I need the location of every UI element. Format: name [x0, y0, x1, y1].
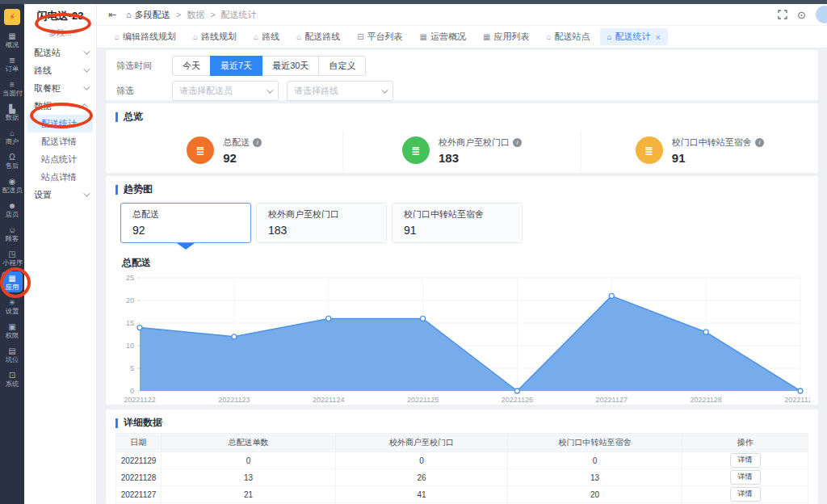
tab-routes[interactable]: ⌂路线 — [246, 28, 287, 45]
app-tab-icon: ⌂ — [254, 32, 258, 41]
courier-select[interactable]: 请选择配送员 — [172, 81, 279, 101]
info-icon[interactable]: i — [253, 138, 262, 147]
close-icon[interactable]: × — [656, 32, 661, 42]
time-today-button[interactable]: 今天 — [172, 56, 211, 76]
fullscreen-icon[interactable] — [778, 10, 787, 19]
app-tab-icon: ⌂ — [607, 32, 612, 41]
tab-delivery-stations[interactable]: ⌂配送站点 — [539, 28, 597, 45]
stat-card-segment2: ≣ 校门口中转站至宿舍i 91 — [581, 131, 818, 170]
filter-time-label: 筛选时间 — [116, 60, 172, 72]
time-30days-button[interactable]: 最近30天 — [262, 56, 319, 76]
tab-platform-list[interactable]: ⊟平台列表 — [350, 28, 409, 45]
chevron-down-icon — [83, 190, 90, 196]
detail-table: 日期 总配送单数 校外商户至校门口 校门口中转站至宿舍 操作 202211290… — [115, 433, 808, 504]
svg-text:20221126: 20221126 — [502, 396, 533, 404]
sidebar-item-merchants[interactable]: ⌂ 商户 — [2, 126, 23, 147]
col-segment1: 校外商户至校门口 — [336, 434, 508, 452]
sidebar-item-settings[interactable]: ✳ 设置 — [2, 296, 23, 317]
detail-button[interactable]: 详情 — [730, 453, 761, 468]
trend-area-chart: 0510152025202211222022112320221124202211… — [115, 271, 810, 410]
route-select[interactable]: 请选择路线 — [287, 81, 393, 101]
clipboard-icon: ≣ — [187, 136, 214, 164]
trend-card-total[interactable]: 总配送 92 — [120, 203, 251, 243]
page-header: ⇤ ⌂ 多段配送 > 数据 > 配送统计 ⊙ — [97, 4, 827, 25]
sidebar-item-system[interactable]: ⊡ 系统 — [2, 368, 23, 389]
sidebar-menu: 配送站 路线 取餐柜 数据 配送统计 配送详情 站点统计 站点详情 设置 — [24, 44, 96, 204]
info-icon[interactable]: i — [513, 138, 522, 147]
workspace-switcher[interactable]: 多段... — [24, 27, 96, 39]
refresh-icon[interactable]: ⊙ — [797, 10, 806, 20]
sidebar-item-aftersale[interactable]: Ω 售后 — [2, 150, 23, 171]
menu-group-lockers[interactable]: 取餐柜 — [24, 79, 96, 97]
tab-edit-route-plan[interactable]: ⌂编辑路线规划 — [107, 28, 183, 45]
sidebar-item-permissions[interactable]: ▣ 权限 — [2, 320, 23, 341]
document-icon: ▤ — [8, 346, 15, 355]
clipboard-icon: ≣ — [636, 136, 663, 164]
sidebar-item-overview[interactable]: ▦ 概况 — [2, 29, 23, 50]
app-logo[interactable]: ⚡ — [4, 9, 20, 25]
sidebar-item-couriers[interactable]: ◉ 配送员 — [2, 174, 23, 195]
headset-icon: Ω — [9, 153, 15, 162]
tab-delivery-stats[interactable]: ⌂配送统计× — [600, 28, 668, 45]
avatar[interactable] — [816, 6, 827, 23]
tab-route-plan[interactable]: ⌂路线规划 — [186, 28, 244, 45]
menu-group-data[interactable]: 数据 — [24, 97, 96, 115]
svg-text:20221128: 20221128 — [690, 396, 721, 404]
tab-delivery-routes[interactable]: ⌂配送路线 — [289, 28, 347, 45]
app-window: ⚡ ▦ 概况 ≣ 订单 ≡ 当面付 ▙ 数据 ⌂ 商户 Ω 售后 ◉ 配送员 ☻… — [0, 0, 827, 504]
svg-text:25: 25 — [126, 274, 134, 282]
stat-cards: ≣ 总配送i 92 ≣ 校外商户至校门口i 183 — [106, 131, 818, 170]
sidebar-item-data[interactable]: ▙ 数据 — [2, 102, 23, 123]
sidebar-item-miniprogram[interactable]: ◳ 小程序 — [2, 247, 23, 268]
tab-app-list[interactable]: ▦应用列表 — [476, 28, 536, 45]
workspace-title: 闪电送-23 — [24, 4, 96, 23]
sidebar-item-orders[interactable]: ≣ 订单 — [2, 53, 23, 74]
sidebar-item-slots[interactable]: ▤ 坑位 — [2, 344, 23, 365]
menu-group-routes[interactable]: 路线 — [24, 61, 96, 79]
menu-item-delivery-detail[interactable]: 配送详情 — [24, 132, 96, 150]
chart-title: 总配送 — [122, 256, 818, 270]
sidebar-item-clerks[interactable]: ☻ 店员 — [2, 199, 23, 220]
svg-text:20221127: 20221127 — [596, 396, 628, 404]
svg-text:10: 10 — [126, 342, 134, 350]
lightning-icon: ⚡ — [9, 12, 15, 23]
svg-text:20221124: 20221124 — [313, 396, 344, 404]
menu-item-station-stats[interactable]: 站点统计 — [24, 150, 96, 168]
trend-card-segment2[interactable]: 校门口中转站至宿舍 91 — [392, 203, 523, 243]
main-area: ⇤ ⌂ 多段配送 > 数据 > 配送统计 ⊙ ⌂编辑路线规划 ⌂路线规划 — [97, 4, 827, 504]
menu-item-station-detail[interactable]: 站点详情 — [24, 168, 96, 186]
breadcrumb-delivery-stats[interactable]: 配送统计 — [221, 9, 257, 21]
breadcrumb-separator: > — [176, 10, 181, 19]
collapse-sidebar-icon[interactable]: ⇤ — [108, 10, 116, 19]
sidebar-item-apps[interactable]: ▦ 应用 — [2, 271, 23, 292]
menu-group-settings[interactable]: 设置 — [24, 186, 96, 204]
dashboard-tab-icon: ▦ — [420, 32, 427, 41]
stat-value: 183 — [439, 151, 522, 165]
breadcrumb-data[interactable]: 数据 — [187, 9, 204, 21]
menu-item-delivery-stats[interactable]: 配送统计 — [27, 115, 93, 132]
table-header-row: 日期 总配送单数 校外商户至校门口 校门口中转站至宿舍 操作 — [116, 434, 808, 452]
app-tab-icon: ⌂ — [296, 32, 301, 41]
miniprogram-icon: ◳ — [8, 250, 15, 258]
menu-group-station[interactable]: 配送站 — [24, 44, 96, 61]
stat-card-total: ≣ 总配送i 92 — [106, 131, 342, 170]
trend-card-segment1[interactable]: 校外商户至校门口 183 — [256, 203, 387, 243]
time-7days-button[interactable]: 最近7天 — [210, 56, 262, 76]
info-icon[interactable]: i — [755, 138, 764, 147]
stat-value: 92 — [223, 151, 262, 165]
svg-text:20: 20 — [126, 296, 134, 304]
detail-button[interactable]: 详情 — [730, 487, 761, 502]
stat-value: 91 — [672, 151, 764, 165]
time-custom-button[interactable]: 自定义 — [318, 56, 366, 76]
icon-sidebar: ⚡ ▦ 概况 ≣ 订单 ≡ 当面付 ▙ 数据 ⌂ 商户 Ω 售后 ◉ 配送员 ☻… — [0, 4, 24, 504]
sidebar-item-customers[interactable]: ☺ 顾客 — [2, 223, 23, 244]
sidebar-item-facepay[interactable]: ≡ 当面付 — [2, 78, 23, 99]
breadcrumb-home[interactable]: ⌂ 多段配送 — [126, 9, 170, 21]
detail-button[interactable]: 详情 — [730, 470, 761, 485]
time-range-group: 今天 最近7天 最近30天 自定义 — [172, 56, 366, 76]
content-area: 筛选时间 今天 最近7天 最近30天 自定义 筛选 请选择配送员 — [97, 47, 827, 504]
person-icon: ☻ — [8, 201, 17, 210]
trend-panel: 趋势图 总配送 92 校外商户至校门口 183 校门口中转站至宿舍 91 — [106, 176, 818, 405]
tab-operations-overview[interactable]: ▦运营概况 — [413, 28, 473, 45]
overview-title: 总览 — [106, 103, 818, 124]
